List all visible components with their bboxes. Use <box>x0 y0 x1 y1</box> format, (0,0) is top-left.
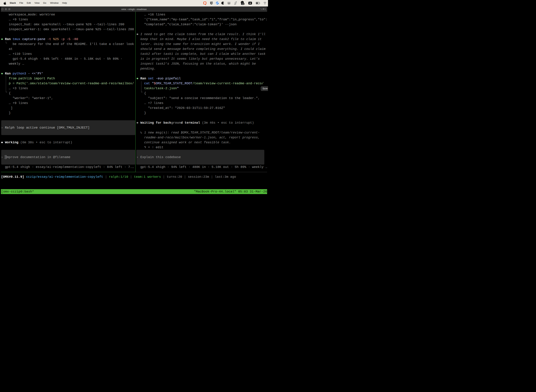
svg-text:..61: ..61 <box>241 3 244 5</box>
svg-text:A: A <box>249 2 251 5</box>
